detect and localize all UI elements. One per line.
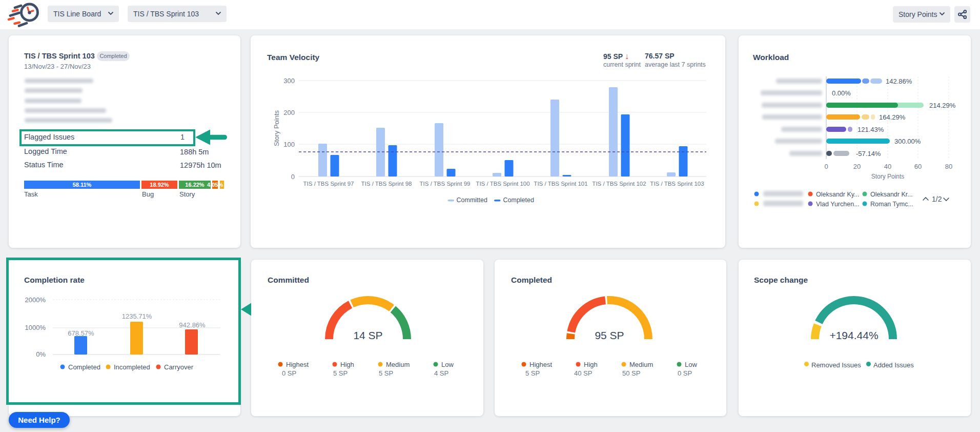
svg-text:Oleksandr Kr...: Oleksandr Kr...	[870, 191, 913, 198]
svg-text:Roman Tymc...: Roman Tymc...	[870, 201, 913, 208]
svg-text:5 SP: 5 SP	[379, 369, 393, 377]
svg-text:TIS / TBS Sprint 103: TIS / TBS Sprint 103	[650, 181, 704, 187]
svg-text:0: 0	[291, 173, 295, 181]
svg-text:Medium: Medium	[386, 361, 410, 368]
svg-text:142.86%: 142.86%	[886, 77, 912, 85]
svg-text:4 SP: 4 SP	[434, 369, 448, 377]
svg-text:80: 80	[945, 163, 952, 170]
svg-text:Highest: Highest	[529, 361, 552, 368]
svg-text:300: 300	[283, 77, 295, 85]
svg-text:Medium: Medium	[629, 361, 653, 368]
svg-text:Low: Low	[441, 361, 454, 368]
svg-text:0 SP: 0 SP	[282, 369, 296, 377]
svg-text:Low: Low	[685, 361, 697, 368]
svg-text:High: High	[584, 361, 598, 368]
svg-text:100: 100	[283, 141, 295, 148]
svg-text:Highest: Highest	[286, 361, 309, 368]
svg-text:214.29%: 214.29%	[929, 102, 956, 109]
svg-text:Story Points: Story Points	[871, 173, 905, 180]
svg-text:TIS / TBS Sprint 102: TIS / TBS Sprint 102	[592, 181, 646, 187]
svg-text:0 SP: 0 SP	[678, 369, 692, 377]
svg-text:TIS / TBS Sprint 100: TIS / TBS Sprint 100	[476, 181, 529, 187]
svg-text:Committed: Committed	[457, 197, 487, 204]
svg-text:60: 60	[914, 163, 922, 170]
svg-text:5 SP: 5 SP	[525, 369, 540, 377]
svg-text:Oleksandr Ky...: Oleksandr Ky...	[816, 191, 860, 198]
svg-text:TIS / TBS Sprint 97: TIS / TBS Sprint 97	[303, 181, 354, 187]
svg-text:121.43%: 121.43%	[858, 126, 884, 133]
svg-text:20: 20	[853, 163, 861, 170]
svg-text:1/2: 1/2	[932, 195, 942, 203]
svg-text:TIS / TBS Sprint 99: TIS / TBS Sprint 99	[420, 181, 471, 187]
svg-text:Vlad Yurchen...: Vlad Yurchen...	[816, 201, 860, 208]
svg-text:40 SP: 40 SP	[574, 369, 592, 377]
svg-text:0.00%: 0.00%	[832, 89, 851, 97]
svg-text:5 SP: 5 SP	[333, 369, 348, 377]
svg-text:-57.14%: -57.14%	[856, 150, 881, 158]
svg-text:200: 200	[283, 109, 295, 116]
svg-text:Completed: Completed	[503, 197, 534, 204]
svg-text:+194.44%: +194.44%	[829, 329, 878, 341]
svg-text:TIS / TBS Sprint 98: TIS / TBS Sprint 98	[361, 181, 412, 187]
svg-text:0: 0	[824, 163, 828, 170]
svg-text:50 SP: 50 SP	[622, 369, 640, 377]
svg-text:Story Points: Story Points	[273, 110, 280, 146]
svg-text:300.00%: 300.00%	[894, 138, 921, 145]
svg-text:164.29%: 164.29%	[879, 113, 906, 121]
svg-text:40: 40	[884, 163, 891, 170]
svg-text:TIS / TBS Sprint 101: TIS / TBS Sprint 101	[534, 181, 587, 187]
svg-text:High: High	[340, 361, 354, 368]
